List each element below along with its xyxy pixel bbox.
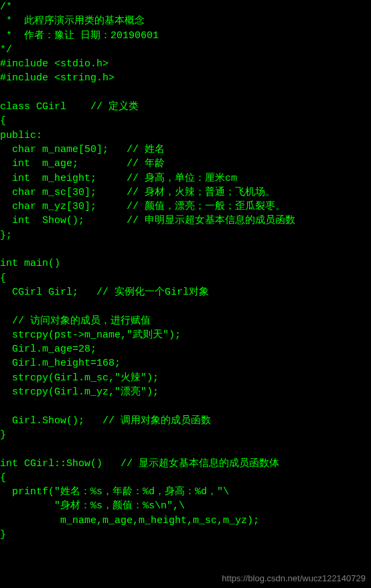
code-line: CGirl Girl; // 实例化一个Girl对象 — [0, 285, 371, 299]
code-line: } — [0, 528, 371, 542]
code-line: */ — [0, 43, 371, 57]
code-line: int main() — [0, 256, 371, 271]
code-line: { — [0, 114, 371, 128]
code-line: int m_height; // 身高，单位：厘米cm — [0, 171, 371, 186]
code-line: // 访问对象的成员，进行赋值 — [0, 314, 371, 328]
watermark-text: https://blog.csdn.net/wucz122140729 — [222, 571, 366, 585]
code-line — [0, 442, 371, 456]
code-line: * 作者：豫让 日期：20190601 — [0, 29, 371, 43]
code-line: { — [0, 271, 371, 285]
code-line — [0, 86, 371, 100]
code-line: } — [0, 428, 371, 442]
code-line: * 此程序演示用类的基本概念 — [0, 14, 371, 28]
code-line: class CGirl // 定义类 — [0, 100, 371, 114]
code-line: }; — [0, 228, 371, 242]
code-line: int CGirl::Show() // 显示超女基本信息的成员函数体 — [0, 457, 371, 471]
code-line: strcpy(Girl.m_yz,"漂亮"); — [0, 385, 371, 399]
code-line — [0, 299, 371, 313]
code-line: /* — [0, 0, 371, 14]
code-line: #include <stdio.h> — [0, 57, 371, 71]
code-block: /* * 此程序演示用类的基本概念 * 作者：豫让 日期：20190601*/#… — [0, 0, 371, 542]
code-line: char m_sc[30]; // 身材，火辣；普通；飞机场。 — [0, 186, 371, 200]
code-line: m_name,m_age,m_height,m_sc,m_yz); — [0, 514, 371, 528]
code-line: Girl.Show(); // 调用对象的成员函数 — [0, 414, 371, 428]
code-line: Girl.m_age=28; — [0, 342, 371, 356]
code-line: strcpy(Girl.m_sc,"火辣"); — [0, 371, 371, 385]
code-line — [0, 399, 371, 413]
code-line: #include <string.h> — [0, 71, 371, 85]
code-line: { — [0, 471, 371, 485]
code-line: char m_name[50]; // 姓名 — [0, 143, 371, 157]
code-line: Girl.m_height=168; — [0, 356, 371, 370]
code-line: int Show(); // 申明显示超女基本信息的成员函数 — [0, 214, 371, 228]
code-line — [0, 242, 371, 256]
code-line: public: — [0, 129, 371, 143]
code-line: "身材：%s，颜值：%s\n",\ — [0, 499, 371, 513]
code-line: char m_yz[30]; // 颜值，漂亮；一般；歪瓜裂枣。 — [0, 200, 371, 214]
code-line: int m_age; // 年龄 — [0, 157, 371, 171]
code-line: strcpy(pst->m_name,"武则天"); — [0, 328, 371, 342]
code-line: printf("姓名：%s，年龄：%d，身高：%d，"\ — [0, 485, 371, 499]
